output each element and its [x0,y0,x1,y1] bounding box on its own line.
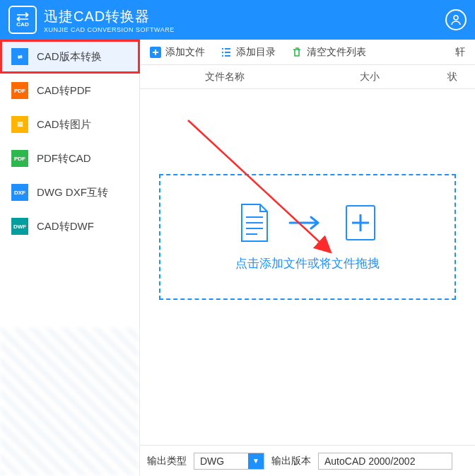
sidebar-icon-swap: ⇄ [11,48,28,65]
clear-list-label: 清空文件列表 [307,46,366,59]
list-icon [221,47,232,58]
sidebar-item-label: DWG DXF互转 [37,186,108,199]
sidebar-icon-cad-pdf: PDF [11,82,28,99]
toolbar-trailing: 轩 [455,46,465,59]
add-document-icon [344,203,377,243]
table-header: 文件名称 大小 状 [140,65,475,89]
sidebar-item-label: CAD转DWF [37,220,94,233]
sidebar-item-cad-version-convert[interactable]: ⇄ CAD版本转换 [0,40,139,74]
output-version-label: 输出版本 [271,455,311,468]
drop-zone-text: 点击添加文件或将文件拖拽 [235,255,380,272]
col-filename: 文件名称 [140,71,310,83]
app-header: CAD 迅捷CAD转换器 XUNJIE CAD CONVERSION SOFTW… [0,0,475,40]
add-dir-button[interactable]: 添加目录 [221,46,276,59]
drop-zone[interactable]: 点击添加文件或将文件拖拽 [159,174,456,300]
sidebar-item-cad-to-dwf[interactable]: DWF CAD转DWF [0,209,139,243]
col-status: 状 [430,71,475,83]
sidebar-item-cad-to-image[interactable]: 🖼 CAD转图片 [0,108,139,141]
add-dir-label: 添加目录 [236,46,276,59]
sidebar-item-pdf-to-cad[interactable]: PDF PDF转CAD [0,141,139,175]
sidebar-item-cad-to-pdf[interactable]: PDF CAD转PDF [0,74,139,108]
sidebar-blur-area [0,327,139,476]
sidebar-item-label: CAD转PDF [37,84,91,98]
trash-icon [291,47,303,58]
sidebar-item-label: CAD版本转换 [37,50,102,64]
sidebar-icon-dwg-dxf: DXF [11,184,28,201]
col-size: 大小 [310,71,430,83]
sidebar-item-label: CAD转图片 [37,118,91,132]
output-row: 输出类型 DWG ▼ 输出版本 AutoCAD 2000/2002 [140,445,475,476]
output-type-label: 输出类型 [147,455,187,468]
output-version-value: AutoCAD 2000/2002 [324,455,415,467]
logo-arrows-icon [14,12,31,22]
document-icon [238,203,271,243]
sidebar-item-dwg-dxf[interactable]: DXF DWG DXF互转 [0,175,139,209]
drop-zone-icons [238,203,377,243]
arrow-right-icon [288,216,327,230]
add-file-label: 添加文件 [165,46,205,59]
sidebar-icon-cad-image: 🖼 [11,116,28,133]
user-icon[interactable] [445,9,467,30]
app-subtitle: XUNJIE CAD CONVERSION SOFTWARE [44,26,175,33]
clear-list-button[interactable]: 清空文件列表 [291,46,366,59]
toolbar: 添加文件 添加目录 清空文件列表 轩 [140,40,475,65]
output-type-select[interactable]: DWG ▼ [194,453,264,470]
add-file-button[interactable]: 添加文件 [150,46,205,59]
app-logo: CAD [8,6,37,34]
app-title: 迅捷CAD转换器 [44,7,175,26]
logo-text: CAD [16,22,28,28]
sidebar-icon-cad-dwf: DWF [11,218,28,235]
sidebar: ⇄ CAD版本转换 PDF CAD转PDF 🖼 CAD转图片 PDF PDF转C… [0,40,140,476]
output-type-value: DWG [200,455,224,467]
svg-point-0 [454,16,458,20]
sidebar-icon-pdf-cad: PDF [11,150,28,167]
sidebar-item-label: PDF转CAD [37,152,91,166]
chevron-down-icon: ▼ [248,453,264,469]
output-version-select[interactable]: AutoCAD 2000/2002 [318,453,452,470]
plus-icon [150,47,161,58]
main-panel: 添加文件 添加目录 清空文件列表 轩 文件名称 大小 状 [140,40,475,476]
